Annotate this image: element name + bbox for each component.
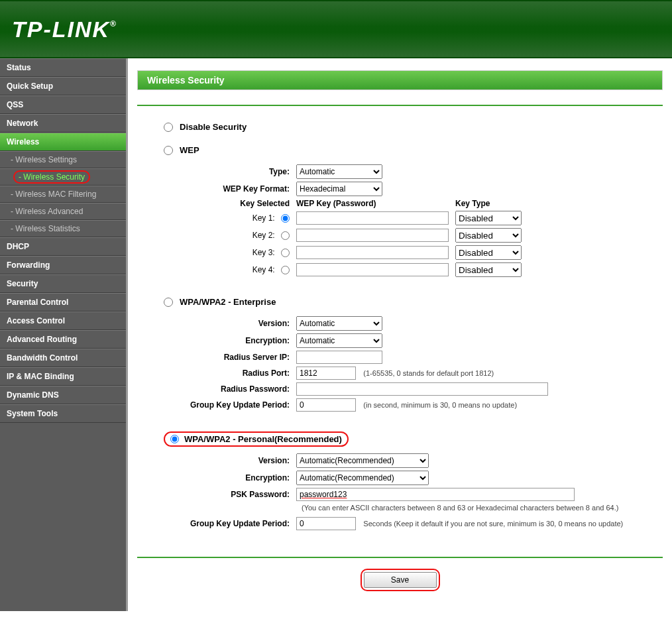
wep-type-select[interactable]: Automatic	[296, 164, 382, 179]
label-wpa-personal: WPA/WPA2 - Personal(Recommended)	[184, 434, 342, 444]
sidebar-sub-wireless-settings[interactable]: - Wireless Settings	[0, 151, 126, 168]
radio-wep[interactable]	[164, 146, 173, 155]
sidebar-item-security[interactable]: Security	[0, 274, 126, 293]
save-button[interactable]: Save	[364, 572, 437, 588]
sidebar-sub-wireless-security[interactable]: - Wireless Security	[0, 168, 126, 186]
sidebar-item-access[interactable]: Access Control	[0, 312, 126, 330]
radius-ip-input[interactable]	[296, 351, 382, 364]
key-selected-header: Key Selected	[164, 199, 296, 208]
sidebar-item-forwarding[interactable]: Forwarding	[0, 256, 126, 274]
key4-label: Key 4:	[252, 265, 275, 274]
page-title-card: Wireless Security	[137, 70, 663, 90]
key2-label: Key 2:	[252, 231, 275, 240]
wep-type-label: Type:	[164, 167, 296, 176]
psk-encryption-select[interactable]: Automatic(Recommended)	[296, 471, 429, 485]
sidebar-item-bandwidth[interactable]: Bandwidth Control	[0, 349, 126, 367]
header: TP-LINK®	[0, 0, 672, 58]
sidebar-item-wireless[interactable]: Wireless	[0, 133, 126, 151]
brand-logo: TP-LINK®	[12, 17, 127, 42]
key2-radio[interactable]	[281, 231, 290, 240]
sidebar-item-dhcp[interactable]: DHCP	[0, 237, 126, 256]
sidebar-sub-wireless-statistics[interactable]: - Wireless Statistics	[0, 220, 126, 237]
label-wep: WEP	[180, 145, 199, 155]
key2-type[interactable]: Disabled	[455, 228, 522, 243]
sidebar-sub-wireless-mac[interactable]: - Wireless MAC Filtering	[0, 186, 126, 203]
page-title: Wireless Security	[138, 71, 662, 89]
ent-version-label: Version:	[164, 319, 296, 328]
key1-label: Key 1:	[252, 213, 275, 223]
psk-group-input[interactable]	[296, 517, 356, 530]
radio-disable-security[interactable]	[164, 123, 173, 132]
ent-encryption-label: Encryption:	[164, 336, 296, 345]
sidebar-sub-wireless-advanced[interactable]: - Wireless Advanced	[0, 203, 126, 220]
content: Wireless Security Disable Security WEP T…	[126, 58, 672, 611]
radio-wpa-personal[interactable]	[170, 435, 179, 443]
psk-password-note: (You can enter ASCII characters between …	[302, 504, 618, 512]
sidebar-item-status[interactable]: Status	[0, 58, 126, 77]
key4-type[interactable]: Disabled	[455, 262, 522, 277]
key-type-header: Key Type	[455, 199, 522, 208]
sidebar-item-system[interactable]: System Tools	[0, 404, 126, 423]
ent-group-label: Group Key Update Period:	[164, 400, 296, 410]
key1-type[interactable]: Disabled	[455, 211, 522, 225]
psk-version-label: Version:	[164, 456, 296, 465]
psk-password-input[interactable]	[296, 488, 575, 501]
key1-radio[interactable]	[281, 214, 290, 223]
sidebar-item-quick-setup[interactable]: Quick Setup	[0, 77, 126, 95]
wep-format-label: WEP Key Format:	[164, 184, 296, 194]
psk-group-label: Group Key Update Period:	[164, 519, 296, 528]
sidebar-item-network[interactable]: Network	[0, 114, 126, 133]
wep-key-header: WEP Key (Password)	[296, 199, 455, 208]
radius-ip-label: Radius Server IP:	[164, 353, 296, 362]
divider-bottom	[137, 557, 663, 558]
sidebar-item-parental[interactable]: Parental Control	[0, 293, 126, 312]
psk-version-select[interactable]: Automatic(Recommended)	[296, 453, 429, 468]
psk-group-note: Seconds (Keep it default if you are not …	[363, 520, 623, 528]
key3-radio[interactable]	[281, 249, 290, 257]
key1-input[interactable]	[296, 211, 449, 225]
sidebar-item-routing[interactable]: Advanced Routing	[0, 330, 126, 349]
sidebar: Status Quick Setup QSS Network Wireless …	[0, 58, 126, 611]
ent-version-select[interactable]: Automatic	[296, 316, 382, 331]
key3-type[interactable]: Disabled	[455, 245, 522, 260]
radius-pw-label: Radius Password:	[164, 384, 296, 394]
radius-port-label: Radius Port:	[164, 369, 296, 378]
psk-encryption-label: Encryption:	[164, 473, 296, 483]
psk-password-label: PSK Password:	[164, 490, 296, 499]
ent-group-input[interactable]	[296, 398, 356, 412]
key4-input[interactable]	[296, 263, 449, 276]
sidebar-item-qss[interactable]: QSS	[0, 95, 126, 114]
key2-input[interactable]	[296, 229, 449, 242]
sidebar-item-ipmac[interactable]: IP & MAC Binding	[0, 367, 126, 386]
key4-radio[interactable]	[281, 266, 290, 274]
sidebar-item-ddns[interactable]: Dynamic DNS	[0, 386, 126, 404]
ent-group-note: (in second, minimum is 30, 0 means no up…	[363, 401, 517, 409]
label-disable-security: Disable Security	[180, 122, 247, 132]
key3-input[interactable]	[296, 246, 449, 259]
divider	[137, 105, 663, 106]
radius-port-input[interactable]	[296, 367, 356, 380]
radius-port-note: (1-65535, 0 stands for default port 1812…	[363, 369, 494, 377]
key3-label: Key 3:	[252, 248, 275, 257]
radius-pw-input[interactable]	[296, 382, 548, 396]
ent-encryption-select[interactable]: Automatic	[296, 333, 382, 348]
wep-format-select[interactable]: Hexadecimal	[296, 182, 382, 196]
label-wpa-enterprise: WPA/WPA2 - Enterprise	[180, 297, 276, 307]
radio-wpa-enterprise[interactable]	[164, 298, 173, 307]
